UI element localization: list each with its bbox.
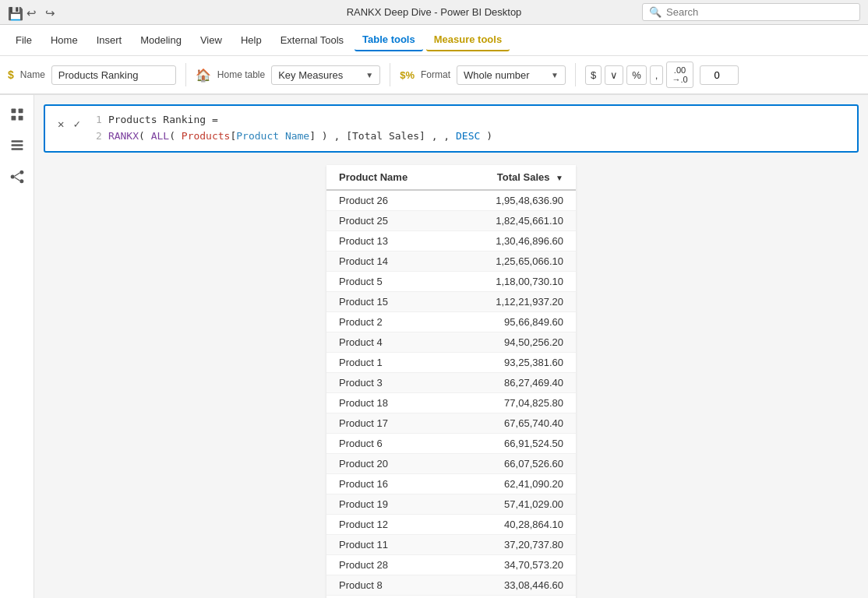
cell-product-name: Product 26 xyxy=(326,190,452,211)
table-row: Product 494,50,256.20 xyxy=(326,332,576,352)
formula-line-2: 2 RANKX( ALL( Products[Product Name] ) ,… xyxy=(90,128,848,145)
cell-product-name: Product 1 xyxy=(326,352,452,372)
cell-product-name: Product 15 xyxy=(326,291,452,311)
window-controls-left[interactable]: 💾 ↩ ↪ xyxy=(8,6,58,19)
cell-product-name: Product 4 xyxy=(326,332,452,352)
content-area: ✕ ✓ 1 Products Ranking = 2 RANKX( ALL( P… xyxy=(34,95,868,598)
line-num-1: 1 xyxy=(90,112,102,128)
cell-total-sales: 1,25,65,066.10 xyxy=(452,251,576,271)
format-buttons: $ ∨ % , .00→.0 xyxy=(585,62,693,88)
window-title: RANKX Deep Dive - Power BI Desktop xyxy=(347,6,522,18)
menu-home[interactable]: Home xyxy=(43,30,86,51)
menu-modeling[interactable]: Modeling xyxy=(132,30,189,51)
table-row: Product 151,12,21,937.20 xyxy=(326,291,576,311)
table-row: Product 51,18,00,730.10 xyxy=(326,271,576,291)
table-header-row: Product Name Total Sales ▼ xyxy=(326,165,576,190)
table-row: Product 1877,04,825.80 xyxy=(326,392,576,413)
cell-total-sales: 1,95,48,636.90 xyxy=(452,190,576,211)
cell-total-sales: 77,04,825.80 xyxy=(452,392,576,413)
menu-measure-tools[interactable]: Measure tools xyxy=(426,29,510,51)
cell-total-sales: 62,41,090.20 xyxy=(452,473,576,494)
menu-insert[interactable]: Insert xyxy=(89,30,130,51)
undo-icon[interactable]: ↩ xyxy=(26,6,39,19)
decimal-places-input[interactable] xyxy=(700,65,739,85)
cell-product-name: Product 5 xyxy=(326,271,452,291)
table-row: Product 386,27,469.40 xyxy=(326,372,576,392)
sidebar-model-icon[interactable] xyxy=(5,165,29,188)
decrease-decimal-btn[interactable]: .00→.0 xyxy=(666,62,693,88)
svg-rect-0 xyxy=(11,109,16,114)
table-row: Product 1662,41,090.20 xyxy=(326,473,576,494)
cell-product-name: Product 14 xyxy=(326,251,452,271)
cell-product-name: Product 6 xyxy=(326,433,452,453)
cell-total-sales: 66,07,526.60 xyxy=(452,453,576,473)
cell-total-sales: 95,66,849.60 xyxy=(452,311,576,332)
search-input[interactable] xyxy=(666,6,838,18)
dollar-btn[interactable]: $ xyxy=(585,65,602,85)
formula-confirm-btn[interactable]: ✓ xyxy=(70,114,83,134)
format-dropdown[interactable]: Whole number ▼ xyxy=(457,65,566,85)
data-table-wrapper: Product Name Total Sales ▼ Product 261,9… xyxy=(44,165,859,598)
cell-total-sales: 34,70,573.20 xyxy=(452,554,576,575)
formula-actions: ✕ ✓ xyxy=(55,112,83,134)
table-row: Product 1957,41,029.00 xyxy=(326,494,576,514)
measure-name-input[interactable] xyxy=(51,65,176,85)
search-icon: 🔍 xyxy=(649,6,662,18)
svg-point-8 xyxy=(19,171,23,174)
table-row: Product 1137,20,737.80 xyxy=(326,534,576,554)
table-row: Product 131,30,46,896.60 xyxy=(326,230,576,251)
separator-1 xyxy=(185,63,186,86)
cell-total-sales: 1,18,00,730.10 xyxy=(452,271,576,291)
cell-product-name: Product 16 xyxy=(326,473,452,494)
menu-external-tools[interactable]: External Tools xyxy=(273,30,351,51)
svg-rect-1 xyxy=(18,109,23,114)
svg-point-7 xyxy=(10,175,14,179)
cell-total-sales: 37,20,737.80 xyxy=(452,534,576,554)
cell-product-name: Product 3 xyxy=(326,372,452,392)
svg-rect-2 xyxy=(11,116,16,121)
table-row: Product 1767,65,740.40 xyxy=(326,413,576,433)
table-row: Product 2834,70,573.20 xyxy=(326,554,576,575)
formula-code: 1 Products Ranking = 2 RANKX( ALL( Produ… xyxy=(90,112,848,145)
table-row: Product 833,08,446.60 xyxy=(326,575,576,595)
cell-total-sales: 1,30,46,896.60 xyxy=(452,230,576,251)
cell-product-name: Product 2 xyxy=(326,311,452,332)
name-label: Name xyxy=(20,69,45,80)
cell-product-name: Product 20 xyxy=(326,453,452,473)
cell-total-sales: 66,91,524.50 xyxy=(452,433,576,453)
table-row: Product 2132,07,812.60 xyxy=(326,595,576,598)
code-table: Products xyxy=(182,130,231,142)
col-total-sales[interactable]: Total Sales ▼ xyxy=(452,165,576,190)
col1-label: Product Name xyxy=(339,171,408,183)
formula-cancel-btn[interactable]: ✕ xyxy=(55,114,67,134)
code-column: Product Name xyxy=(236,130,309,142)
menu-help[interactable]: Help xyxy=(233,30,270,51)
percent-btn[interactable]: % xyxy=(626,65,647,85)
code-rankx: RANKX xyxy=(108,130,139,142)
formula-text-2: RANKX( ALL( Products[Product Name] ) , [… xyxy=(108,128,492,145)
cell-total-sales: 32,07,812.60 xyxy=(452,595,576,598)
menu-file[interactable]: File xyxy=(8,30,40,51)
sidebar-data-icon[interactable] xyxy=(5,134,29,157)
sidebar-report-icon[interactable] xyxy=(5,103,29,126)
format-value: Whole number xyxy=(464,69,530,81)
menu-view[interactable]: View xyxy=(192,30,230,51)
table-row: Product 193,25,381.60 xyxy=(326,352,576,372)
cell-product-name: Product 13 xyxy=(326,230,452,251)
chevron-down-btn[interactable]: ∨ xyxy=(605,65,623,85)
save-icon[interactable]: 💾 xyxy=(8,6,20,19)
cell-product-name: Product 25 xyxy=(326,210,452,230)
cell-total-sales: 86,27,469.40 xyxy=(452,372,576,392)
cell-total-sales: 1,12,21,937.20 xyxy=(452,291,576,311)
search-box[interactable]: 🔍 xyxy=(642,3,860,21)
table-row: Product 666,91,524.50 xyxy=(326,433,576,453)
col-product-name[interactable]: Product Name xyxy=(326,165,452,190)
cell-total-sales: 93,25,381.60 xyxy=(452,352,576,372)
redo-icon[interactable]: ↪ xyxy=(45,6,58,19)
formula-line-1: 1 Products Ranking = xyxy=(90,112,848,128)
home-table-dropdown[interactable]: Key Measures ▼ xyxy=(271,65,380,85)
comma-btn[interactable]: , xyxy=(650,65,664,85)
menu-table-tools[interactable]: Table tools xyxy=(355,29,423,51)
formula-bar: ✕ ✓ 1 Products Ranking = 2 RANKX( ALL( P… xyxy=(44,104,859,153)
cell-product-name: Product 18 xyxy=(326,392,452,413)
